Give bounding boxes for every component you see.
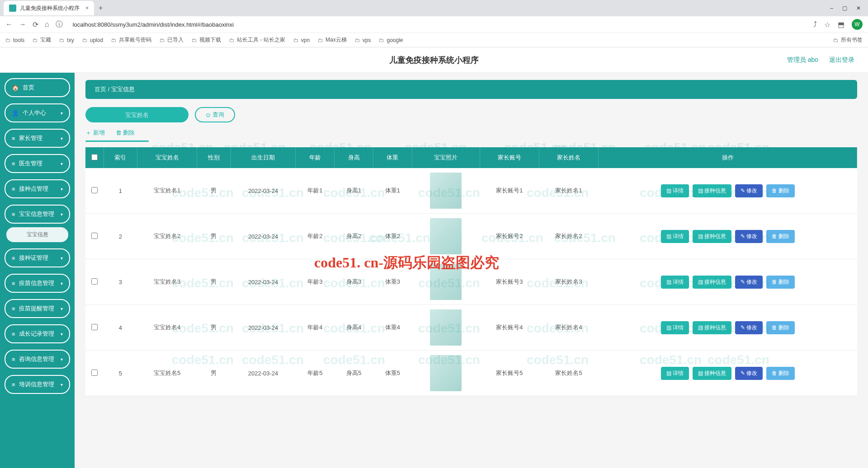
photo-thumbnail[interactable] xyxy=(430,355,462,391)
table-row: 4宝宝姓名4男2022-03-24年龄4身高4体重4家长账号4家长姓名4▤详情▤… xyxy=(85,305,857,351)
sidebar-item-3[interactable]: ≡医生管理▾ xyxy=(5,154,70,173)
new-tab-button[interactable]: + xyxy=(94,4,107,12)
sidebar-item-8[interactable]: ≡疫苗提醒管理▾ xyxy=(5,299,70,318)
add-button[interactable]: ＋ 新增 xyxy=(85,129,105,137)
vaccine-info-button[interactable]: ▤接种信息 xyxy=(693,184,731,197)
sidebar-item-label: 接种证管理 xyxy=(19,254,48,262)
favicon xyxy=(9,5,16,12)
edit-button[interactable]: ✎修改 xyxy=(735,367,763,380)
share-icon[interactable]: ⤴ xyxy=(813,20,817,28)
edit-button[interactable]: ✎修改 xyxy=(735,321,763,334)
home-icon[interactable]: ⌂ xyxy=(45,20,49,28)
trash-icon: 🗑 xyxy=(772,370,777,376)
sidebar-item-0[interactable]: 🏠首页 xyxy=(5,78,70,97)
sidebar-item-9[interactable]: ≡成长记录管理▾ xyxy=(5,324,70,343)
bookmark-item[interactable]: 🗀tools xyxy=(5,37,24,43)
close-window-icon[interactable]: ✕ xyxy=(856,5,861,11)
table-row: 5宝宝姓名5男2022-03-24年龄5身高5体重5家长账号5家长姓名5▤详情▤… xyxy=(85,351,857,396)
bookmark-item[interactable]: 🗀google xyxy=(379,37,403,43)
row-delete-button[interactable]: 🗑删除 xyxy=(766,367,795,380)
col-header xyxy=(85,147,104,168)
breadcrumb-home[interactable]: 首页 xyxy=(94,86,106,93)
edit-button[interactable]: ✎修改 xyxy=(735,276,763,289)
trash-icon: 🗑 xyxy=(772,279,777,285)
row-delete-button[interactable]: 🗑删除 xyxy=(766,230,795,243)
search-input-wrap[interactable] xyxy=(85,107,189,122)
maximize-icon[interactable]: ▢ xyxy=(842,5,847,11)
sidebar-item-1[interactable]: 👤个人中心▾ xyxy=(5,103,70,122)
row-actions: ▤详情▤接种信息✎修改🗑删除 xyxy=(602,181,854,201)
folder-icon: 🗀 xyxy=(111,37,117,43)
detail-button[interactable]: ▤详情 xyxy=(661,184,689,197)
list-icon: ▤ xyxy=(698,233,703,239)
bookmark-item[interactable]: 🗀vpn xyxy=(293,37,310,43)
cell-age: 年龄4 xyxy=(296,305,335,351)
col-header: 操作 xyxy=(599,147,857,168)
profile-avatar[interactable]: W xyxy=(852,19,863,30)
sidebar-subitem-active[interactable]: 宝宝信息 xyxy=(6,227,68,242)
sidebar-item-2[interactable]: ≡家长管理▾ xyxy=(5,129,70,148)
bookmark-item[interactable]: 🗀宝藏 xyxy=(33,36,51,44)
sidebar-item-label: 成长记录管理 xyxy=(19,330,54,338)
sidebar-item-11[interactable]: ≡培训信息管理▾ xyxy=(5,375,70,394)
row-checkbox[interactable] xyxy=(91,324,98,330)
bookmark-item[interactable]: 🗀txy xyxy=(59,37,74,43)
row-checkbox[interactable] xyxy=(91,278,98,285)
minimize-icon[interactable]: – xyxy=(830,5,833,11)
close-icon[interactable]: × xyxy=(85,5,89,11)
row-delete-button[interactable]: 🗑删除 xyxy=(766,184,795,197)
forward-icon[interactable]: → xyxy=(19,20,26,28)
col-header: 出生日期 xyxy=(231,147,296,168)
search-button[interactable]: ⊙ 查询 xyxy=(195,107,235,122)
vaccine-info-button[interactable]: ▤接种信息 xyxy=(693,276,731,289)
bookmark-item[interactable]: 🗀uplod xyxy=(82,37,103,43)
sidebar-item-6[interactable]: ≡接种证管理▾ xyxy=(5,248,70,267)
detail-button[interactable]: ▤详情 xyxy=(661,230,689,243)
reload-icon[interactable]: ⟳ xyxy=(33,20,38,29)
back-icon[interactable]: ← xyxy=(5,20,13,28)
all-bookmarks[interactable]: 🗀所有书签 xyxy=(833,36,863,44)
photo-thumbnail[interactable] xyxy=(430,173,462,209)
cell-weight: 体重4 xyxy=(373,305,412,351)
photo-thumbnail[interactable] xyxy=(430,309,462,346)
bookmark-icon[interactable]: ☆ xyxy=(824,20,830,29)
bookmark-item[interactable]: 🗀已导入 xyxy=(160,36,184,44)
delete-button[interactable]: 🗑 删除 xyxy=(116,129,135,137)
search-input[interactable] xyxy=(99,112,175,118)
site-info-icon[interactable]: ⓘ xyxy=(56,20,63,29)
bookmark-item[interactable]: 🗀共享账号密码 xyxy=(111,36,151,44)
admin-label[interactable]: 管理员 abo xyxy=(787,56,818,64)
browser-tab[interactable]: 儿童免疫接种系统小程序 × xyxy=(4,1,94,15)
edit-button[interactable]: ✎修改 xyxy=(735,230,763,243)
vaccine-info-button[interactable]: ▤接种信息 xyxy=(693,367,731,380)
bookmark-item[interactable]: 🗀Max云梯 xyxy=(318,36,347,44)
row-delete-button[interactable]: 🗑删除 xyxy=(766,276,795,289)
sidebar-item-10[interactable]: ≡咨询信息管理▾ xyxy=(5,350,70,369)
row-delete-button[interactable]: 🗑删除 xyxy=(766,321,795,334)
url-field[interactable]: localhost:8080/ssmy3um2/admin/dist/index… xyxy=(69,19,237,30)
row-actions: ▤详情▤接种信息✎修改🗑删除 xyxy=(602,226,854,247)
sidebar-item-4[interactable]: ≡接种点管理▾ xyxy=(5,179,70,198)
select-all-checkbox[interactable] xyxy=(91,154,98,160)
bookmark-item[interactable]: 🗀vps xyxy=(355,37,371,43)
extensions-icon[interactable]: ⬒ xyxy=(838,20,844,29)
cell-name: 宝宝姓名5 xyxy=(137,351,197,396)
row-checkbox[interactable] xyxy=(91,233,98,239)
photo-thumbnail[interactable] xyxy=(430,264,462,300)
row-checkbox[interactable] xyxy=(91,370,98,376)
bookmark-item[interactable]: 🗀视频下载 xyxy=(192,36,221,44)
cell-parent-name: 家长姓名4 xyxy=(539,305,598,351)
detail-button[interactable]: ▤详情 xyxy=(661,321,689,334)
vaccine-info-button[interactable]: ▤接种信息 xyxy=(693,321,731,334)
vaccine-info-button[interactable]: ▤接种信息 xyxy=(693,230,731,243)
logout-link[interactable]: 退出登录 xyxy=(829,56,854,64)
photo-thumbnail[interactable] xyxy=(430,218,462,254)
row-checkbox[interactable] xyxy=(91,187,98,193)
sidebar-item-7[interactable]: ≡疫苗信息管理▾ xyxy=(5,274,70,293)
detail-button[interactable]: ▤详情 xyxy=(661,367,689,380)
menu-icon: ≡ xyxy=(12,255,15,262)
bookmark-item[interactable]: 🗀站长工具 - 站长之家 xyxy=(229,36,285,44)
detail-button[interactable]: ▤详情 xyxy=(661,276,689,289)
edit-button[interactable]: ✎修改 xyxy=(735,184,763,197)
sidebar-item-5[interactable]: ≡宝宝信息管理▾ xyxy=(5,205,70,224)
